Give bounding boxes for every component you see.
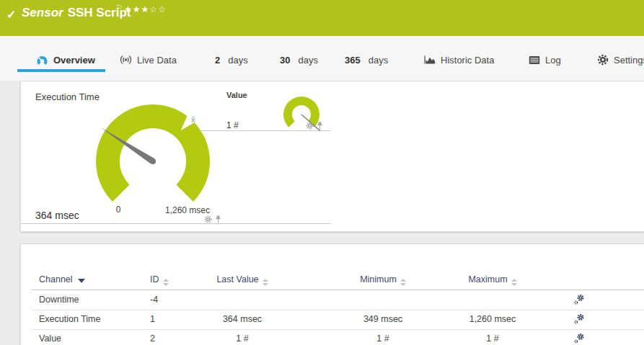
sort-desc-icon bbox=[78, 279, 85, 283]
cell-last-value: 1 # bbox=[192, 333, 293, 344]
cell-last-value: 364 msec bbox=[192, 314, 293, 324]
sort-icon bbox=[163, 279, 169, 286]
priority-stars[interactable]: ★★★☆☆ bbox=[124, 4, 167, 14]
cell-id: -4 bbox=[150, 295, 193, 305]
cell-id: 2 bbox=[150, 333, 193, 344]
cell-minimum: 1 # bbox=[332, 333, 433, 344]
gear-icon bbox=[597, 54, 609, 66]
pin-icon[interactable] bbox=[317, 122, 323, 130]
average-marker-label: x̄ bbox=[191, 115, 195, 124]
column-header-last-value[interactable]: Last Value bbox=[192, 274, 293, 286]
channel-gear-icon[interactable] bbox=[204, 215, 212, 223]
table-row[interactable]: Value 2 1 # 1 # 1 # bbox=[21, 329, 644, 345]
channel-table-panel: Channel ID Last Value Minimum Maximum Do… bbox=[20, 243, 644, 345]
table-row[interactable]: Execution Time 1 364 msec 349 msec 1,260… bbox=[21, 310, 644, 329]
page-title-prefix: Sensor bbox=[22, 6, 63, 19]
channel-settings-gears-icon[interactable] bbox=[573, 313, 588, 327]
tab-30-days[interactable]: 30 days bbox=[280, 52, 318, 68]
sort-icon bbox=[263, 279, 268, 286]
tab-30-days-label: days bbox=[298, 55, 317, 66]
tab-overview-label: Overview bbox=[53, 55, 95, 66]
tab-settings-label: Settings bbox=[614, 55, 644, 66]
area-chart-icon bbox=[424, 55, 436, 65]
tab-365-days[interactable]: 365 days bbox=[345, 52, 388, 68]
tab-live-data[interactable]: Live Data bbox=[120, 52, 177, 68]
value-gauge[interactable] bbox=[278, 93, 326, 136]
sort-icon bbox=[511, 279, 517, 286]
overview-gauges-panel: Execution Time x̄ 0 1,260 msec 364 msec … bbox=[20, 81, 644, 232]
value-channel-current-value: 1 # bbox=[226, 120, 239, 130]
status-ok-check-icon: ✓ bbox=[6, 8, 16, 22]
prtg-sensor-page: ✓ SensorSSH Script ⚐ ★★★☆☆ Overview Live… bbox=[0, 0, 644, 345]
column-header-maximum[interactable]: Maximum bbox=[442, 274, 543, 286]
pin-icon[interactable] bbox=[215, 215, 221, 223]
cell-maximum: 1 # bbox=[442, 333, 543, 344]
tab-30-days-number: 30 bbox=[280, 55, 290, 66]
column-header-id[interactable]: ID bbox=[150, 274, 193, 286]
cell-channel: Downtime bbox=[39, 295, 147, 305]
value-channel-title: Value bbox=[226, 91, 247, 99]
tab-settings[interactable]: Settings bbox=[597, 52, 644, 68]
cell-minimum: 349 msec bbox=[332, 314, 433, 324]
tab-365-days-label: days bbox=[369, 55, 388, 66]
execution-time-gauge[interactable]: x̄ bbox=[77, 91, 229, 213]
active-tab-underline bbox=[17, 69, 105, 72]
cell-channel: Execution Time bbox=[39, 314, 147, 324]
channel-settings-gears-icon[interactable] bbox=[573, 294, 588, 308]
execution-time-current-value: 364 msec bbox=[35, 210, 79, 221]
tab-bar: Overview Live Data 2 days 30 days 365 da… bbox=[0, 36, 644, 81]
table-row[interactable]: Downtime -4 bbox=[21, 290, 644, 310]
gauge-footer-divider bbox=[21, 223, 331, 224]
tab-live-data-label: Live Data bbox=[137, 55, 177, 66]
page-title: SensorSSH Script bbox=[22, 6, 131, 20]
cell-maximum: 1,260 msec bbox=[442, 314, 543, 324]
tab-historic-data-label: Historic Data bbox=[441, 55, 494, 66]
tab-2-days[interactable]: 2 days bbox=[215, 52, 248, 68]
column-header-minimum[interactable]: Minimum bbox=[332, 274, 433, 286]
channel-settings-gears-icon[interactable] bbox=[573, 333, 588, 345]
tab-2-days-number: 2 bbox=[215, 55, 220, 66]
log-list-icon bbox=[529, 55, 540, 65]
tab-2-days-label: days bbox=[228, 55, 247, 66]
gauge-icon bbox=[36, 55, 48, 66]
sensor-title-bar: ✓ SensorSSH Script ⚐ ★★★☆☆ bbox=[0, 0, 644, 36]
gauge-scale-max: 1,260 msec bbox=[129, 205, 210, 215]
tab-overview[interactable]: Overview bbox=[36, 52, 95, 68]
tab-365-days-number: 365 bbox=[345, 55, 361, 66]
channel-gear-icon[interactable] bbox=[306, 122, 314, 130]
tab-log-label: Log bbox=[545, 55, 561, 66]
table-header-row: Channel ID Last Value Minimum Maximum bbox=[21, 270, 644, 290]
tab-historic-data[interactable]: Historic Data bbox=[424, 52, 494, 68]
sort-icon bbox=[400, 279, 406, 286]
live-data-icon bbox=[120, 54, 132, 66]
column-header-channel[interactable]: Channel bbox=[39, 274, 147, 284]
tab-log[interactable]: Log bbox=[529, 52, 561, 68]
cell-id: 1 bbox=[150, 314, 193, 324]
cell-channel: Value bbox=[39, 333, 147, 344]
flag-icon[interactable]: ⚐ bbox=[116, 4, 123, 12]
